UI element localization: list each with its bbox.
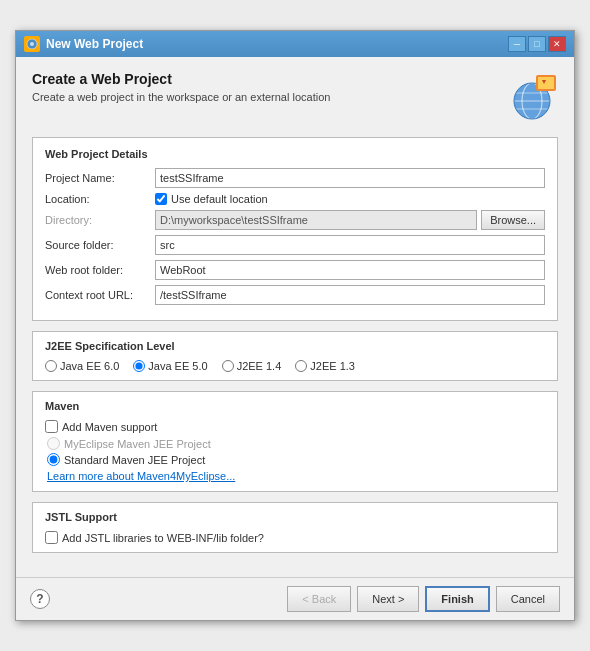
directory-row: Directory: Browse... bbox=[45, 210, 545, 230]
minimize-button[interactable]: ─ bbox=[508, 36, 526, 52]
j2ee-13-option[interactable]: J2EE 1.3 bbox=[295, 360, 355, 372]
web-root-label: Web root folder: bbox=[45, 264, 155, 276]
project-details-section: Web Project Details Project Name: Locati… bbox=[32, 137, 558, 321]
j2ee-13-radio[interactable] bbox=[295, 360, 307, 372]
location-label: Location: bbox=[45, 193, 155, 205]
j2ee-ee6-label: Java EE 6.0 bbox=[60, 360, 119, 372]
close-button[interactable]: ✕ bbox=[548, 36, 566, 52]
standard-maven-radio[interactable] bbox=[47, 453, 60, 466]
header-icon bbox=[506, 71, 558, 123]
standard-maven-label: Standard Maven JEE Project bbox=[64, 454, 205, 466]
header-section: Create a Web Project Create a web projec… bbox=[32, 71, 558, 123]
back-button[interactable]: < Back bbox=[287, 586, 351, 612]
add-jstl-checkbox[interactable] bbox=[45, 531, 58, 544]
project-name-row: Project Name: bbox=[45, 168, 545, 188]
dialog-content: Create a Web Project Create a web projec… bbox=[16, 57, 574, 577]
window-title: New Web Project bbox=[46, 37, 143, 51]
finish-button[interactable]: Finish bbox=[425, 586, 489, 612]
web-root-row: Web root folder: bbox=[45, 260, 545, 280]
myeclipse-maven-radio[interactable] bbox=[47, 437, 60, 450]
project-name-label: Project Name: bbox=[45, 172, 155, 184]
header-text: Create a Web Project Create a web projec… bbox=[32, 71, 330, 103]
add-maven-row: Add Maven support bbox=[45, 420, 545, 433]
j2ee-ee6-radio[interactable] bbox=[45, 360, 57, 372]
j2ee-title: J2EE Specification Level bbox=[45, 340, 545, 352]
directory-label: Directory: bbox=[45, 214, 155, 226]
directory-input[interactable] bbox=[155, 210, 477, 230]
myeclipse-maven-label: MyEclipse Maven JEE Project bbox=[64, 438, 211, 450]
bottom-bar: ? < Back Next > Finish Cancel bbox=[16, 577, 574, 620]
maven-title: Maven bbox=[45, 400, 545, 412]
jstl-section: JSTL Support Add JSTL libraries to WEB-I… bbox=[32, 502, 558, 553]
standard-maven-row: Standard Maven JEE Project bbox=[47, 453, 545, 466]
j2ee-ee5-option[interactable]: Java EE 5.0 bbox=[133, 360, 207, 372]
svg-rect-9 bbox=[538, 77, 554, 89]
page-title: Create a Web Project bbox=[32, 71, 330, 87]
dialog-window: New Web Project ─ □ ✕ Create a Web Proje… bbox=[15, 30, 575, 621]
jstl-title: JSTL Support bbox=[45, 511, 545, 523]
j2ee-radio-row: Java EE 6.0 Java EE 5.0 J2EE 1.4 J2EE 1.… bbox=[45, 360, 545, 372]
myeclipse-maven-row: MyEclipse Maven JEE Project bbox=[47, 437, 545, 450]
source-folder-label: Source folder: bbox=[45, 239, 155, 251]
add-jstl-label[interactable]: Add JSTL libraries to WEB-INF/lib folder… bbox=[62, 532, 264, 544]
browse-button[interactable]: Browse... bbox=[481, 210, 545, 230]
j2ee-ee5-label: Java EE 5.0 bbox=[148, 360, 207, 372]
cancel-button[interactable]: Cancel bbox=[496, 586, 560, 612]
titlebar: New Web Project ─ □ ✕ bbox=[16, 31, 574, 57]
use-default-location-label: Use default location bbox=[171, 193, 268, 205]
web-root-input[interactable] bbox=[155, 260, 545, 280]
add-maven-checkbox[interactable] bbox=[45, 420, 58, 433]
learn-more-link[interactable]: Learn more about Maven4MyEclipse... bbox=[47, 470, 235, 482]
add-jstl-row: Add JSTL libraries to WEB-INF/lib folder… bbox=[45, 531, 545, 544]
nav-buttons: < Back Next > Finish Cancel bbox=[287, 586, 560, 612]
titlebar-left: New Web Project bbox=[24, 36, 143, 52]
source-folder-input[interactable] bbox=[155, 235, 545, 255]
j2ee-section: J2EE Specification Level Java EE 6.0 Jav… bbox=[32, 331, 558, 381]
next-button[interactable]: Next > bbox=[357, 586, 419, 612]
context-root-label: Context root URL: bbox=[45, 289, 155, 301]
use-default-location-check[interactable] bbox=[155, 193, 167, 205]
help-button[interactable]: ? bbox=[30, 589, 50, 609]
add-maven-label[interactable]: Add Maven support bbox=[62, 421, 157, 433]
context-root-row: Context root URL: bbox=[45, 285, 545, 305]
svg-point-1 bbox=[30, 42, 34, 46]
maximize-button[interactable]: □ bbox=[528, 36, 546, 52]
context-root-input[interactable] bbox=[155, 285, 545, 305]
j2ee-14-label: J2EE 1.4 bbox=[237, 360, 282, 372]
source-folder-row: Source folder: bbox=[45, 235, 545, 255]
maven-section: Maven Add Maven support MyEclipse Maven … bbox=[32, 391, 558, 492]
j2ee-ee5-radio[interactable] bbox=[133, 360, 145, 372]
location-row: Location: Use default location bbox=[45, 193, 545, 205]
project-details-title: Web Project Details bbox=[45, 148, 545, 160]
j2ee-ee6-option[interactable]: Java EE 6.0 bbox=[45, 360, 119, 372]
window-controls: ─ □ ✕ bbox=[508, 36, 566, 52]
j2ee-13-label: J2EE 1.3 bbox=[310, 360, 355, 372]
window-icon bbox=[24, 36, 40, 52]
page-subtitle: Create a web project in the workspace or… bbox=[32, 91, 330, 103]
project-name-input[interactable] bbox=[155, 168, 545, 188]
j2ee-14-radio[interactable] bbox=[222, 360, 234, 372]
j2ee-14-option[interactable]: J2EE 1.4 bbox=[222, 360, 282, 372]
use-default-location-checkbox[interactable]: Use default location bbox=[155, 193, 268, 205]
